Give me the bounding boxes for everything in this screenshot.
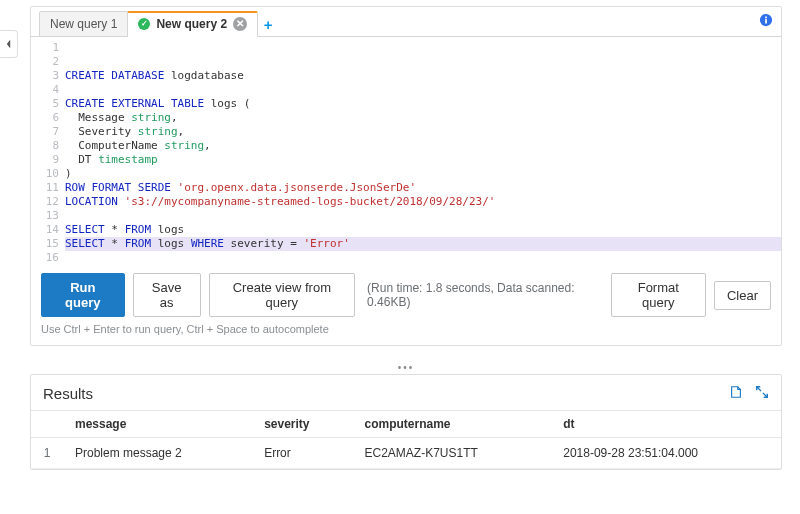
query-editor-card: New query 1✓New query 2✕+ 12345678910111… (30, 6, 782, 346)
query-tabs: New query 1✓New query 2✕+ (31, 7, 781, 37)
status-success-icon: ✓ (138, 18, 150, 30)
results-column-header: dt (551, 411, 781, 438)
table-cell: Problem message 2 (63, 438, 252, 469)
close-tab-icon[interactable]: ✕ (233, 17, 247, 31)
download-results-icon[interactable] (729, 385, 743, 402)
format-query-button[interactable]: Format query (611, 273, 706, 317)
table-row: 1Problem message 2ErrorEC2AMAZ-K7US1TT20… (31, 438, 781, 469)
results-table: messageseveritycomputernamedt 1Problem m… (31, 410, 781, 469)
run-query-button[interactable]: Run query (41, 273, 125, 317)
sidebar-collapse-handle[interactable] (0, 30, 18, 58)
editor-gutter: 12345678910111213141516 (31, 41, 65, 265)
table-cell: 2018-09-28 23:51:04.000 (551, 438, 781, 469)
resize-handle[interactable]: ••• (30, 360, 782, 374)
results-column-header: computername (353, 411, 552, 438)
add-tab-button[interactable]: + (257, 16, 279, 36)
results-column-header: severity (252, 411, 352, 438)
clear-button[interactable]: Clear (714, 281, 771, 310)
editor-toolbar: Run query Save as Create view from query… (31, 265, 781, 323)
svg-rect-1 (765, 19, 767, 23)
query-tab[interactable]: New query 1 (39, 11, 128, 36)
table-cell: Error (252, 438, 352, 469)
create-view-button[interactable]: Create view from query (209, 273, 355, 317)
results-column-header (31, 411, 63, 438)
editor-code[interactable]: CREATE DATABASE logdatabase CREATE EXTER… (65, 41, 781, 265)
results-title: Results (43, 385, 93, 402)
results-column-header: message (63, 411, 252, 438)
query-tab[interactable]: ✓New query 2✕ (127, 11, 258, 36)
results-card: Results messageseveritycomputernamedt 1P… (30, 374, 782, 470)
tab-label: New query 1 (50, 17, 117, 31)
svg-rect-2 (765, 17, 767, 19)
sql-editor[interactable]: 12345678910111213141516 CREATE DATABASE … (31, 37, 781, 265)
info-icon[interactable] (759, 13, 773, 27)
save-as-button[interactable]: Save as (133, 273, 201, 317)
shortcut-hint: Use Ctrl + Enter to run query, Ctrl + Sp… (31, 323, 781, 345)
tab-label: New query 2 (156, 17, 227, 31)
expand-results-icon[interactable] (755, 385, 769, 402)
run-info-text: (Run time: 1.8 seconds, Data scanned: 0.… (367, 281, 595, 309)
table-cell: EC2AMAZ-K7US1TT (353, 438, 552, 469)
